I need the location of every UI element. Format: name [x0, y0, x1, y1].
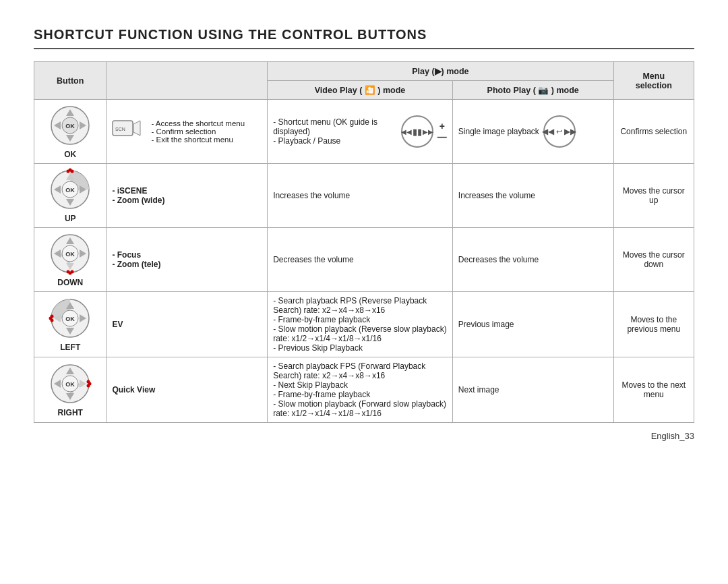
button-cell-down: OK DOWN [34, 228, 107, 292]
menu-cell-up: Moves the cursor up [613, 164, 694, 228]
photo-play-cell-right: Next image [452, 357, 613, 423]
record-cell-up: - iSCENE- Zoom (wide) [107, 164, 268, 228]
svg-text:OK: OK [65, 123, 75, 129]
video-play-cell-right: - Search playback FPS (Forward Playback … [268, 357, 453, 423]
header-video-play: Video Play ( 🎦 ) mode [268, 81, 453, 100]
button-label: UP [65, 214, 76, 223]
photo-play-cell-ok: Single image playback ◀◀ ↩ ▶▶ [452, 100, 613, 164]
header-play: Play (▶) mode [268, 62, 613, 81]
menu-cell-left: Moves to the previous menu [613, 292, 694, 357]
shortcut-table: Button Play (▶) mode Menuselection Video… [34, 61, 694, 423]
record-cell-down: - Focus- Zoom (tele) [107, 228, 268, 292]
button-label: OK [64, 150, 76, 159]
header-button: Button [34, 62, 107, 100]
svg-point-19 [71, 170, 74, 173]
menu-cell-right: Moves to the next menu [613, 357, 694, 423]
record-cell-ok: SCN - Access the shortcut menu- Confirm … [107, 100, 268, 164]
svg-text:SCN: SCN [115, 127, 125, 132]
video-play-cell-left: - Search playback RPS (Reverse Playback … [268, 292, 453, 357]
svg-point-29 [71, 270, 74, 274]
button-label: DOWN [57, 278, 83, 287]
button-cell-up: OK UP [34, 164, 107, 228]
photo-play-cell-left: Previous image [452, 292, 613, 357]
photo-play-cell-up: Increases the volume [452, 164, 613, 228]
button-label: RIGHT [58, 408, 83, 417]
photo-play-cell-down: Decreases the volume [452, 228, 613, 292]
header-record [107, 62, 268, 100]
header-menu: Menuselection [613, 62, 694, 100]
svg-text:OK: OK [65, 381, 75, 388]
video-play-cell-up: Increases the volume [268, 164, 453, 228]
menu-cell-down: Moves the cursor down [613, 228, 694, 292]
record-cell-left: EV [107, 292, 268, 357]
svg-point-39 [51, 319, 54, 322]
video-play-cell-down: Decreases the volume [268, 228, 453, 292]
page-title: SHORTCUT FUNCTION USING THE CONTROL BUTT… [34, 27, 694, 49]
button-cell-ok: OK OK [34, 100, 107, 164]
button-cell-left: OK LEFT [34, 292, 107, 357]
button-label: LEFT [60, 343, 80, 352]
svg-text:OK: OK [65, 316, 75, 322]
menu-cell-ok: Confirms selection [613, 100, 694, 164]
video-play-cell-ok: - Shortcut menu (OK guide is displayed)-… [268, 100, 453, 164]
svg-text:OK: OK [65, 251, 75, 258]
svg-point-49 [87, 384, 90, 388]
button-cell-right: OK RIGHT [34, 357, 107, 423]
record-cell-right: Quick View [107, 357, 268, 423]
footer-text: English_33 [34, 431, 694, 441]
header-photo-play: Photo Play ( 📷 ) mode [452, 81, 613, 100]
svg-text:OK: OK [65, 187, 75, 194]
svg-marker-8 [133, 121, 140, 136]
